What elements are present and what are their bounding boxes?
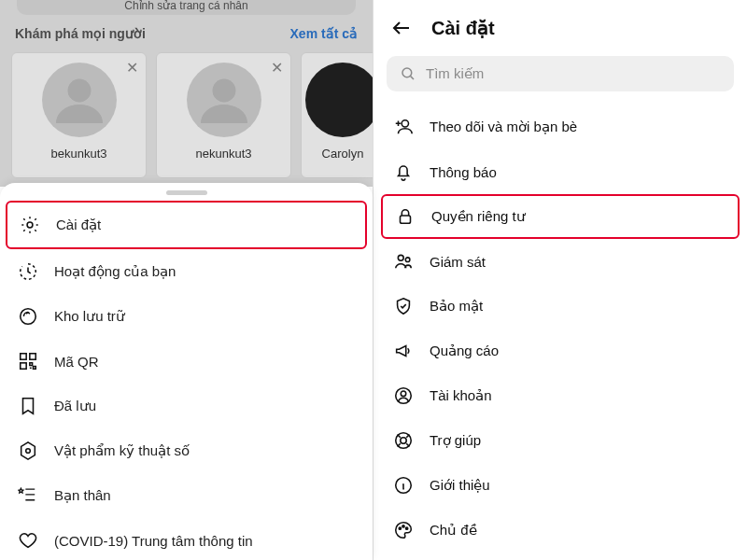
- gear-icon: [19, 214, 41, 236]
- bottom-sheet-menu: Cài đặt Hoạt động của bạn Kho lưu trữ Mã…: [0, 183, 373, 560]
- svg-point-1: [212, 79, 235, 103]
- settings-item-about[interactable]: Giới thiệu: [374, 463, 747, 508]
- settings-item-label: Quyền riêng tư: [431, 208, 526, 225]
- settings-item-account[interactable]: Tài khoản: [374, 373, 747, 418]
- menu-item-digital[interactable]: Vật phẩm kỹ thuật số: [0, 428, 373, 473]
- suggested-users-row: ✕ bekunkut3 ✕ nekunkut3 Carolyn: [11, 52, 373, 178]
- menu-item-covid[interactable]: (COVID-19) Trung tâm thông tin: [0, 518, 373, 560]
- menu-item-label: Bạn thân: [54, 487, 111, 504]
- avatar: [305, 63, 373, 137]
- menu-item-saved[interactable]: Đã lưu: [0, 384, 373, 428]
- suggested-user-card[interactable]: ✕ bekunkut3: [11, 52, 147, 178]
- lifebuoy-icon: [392, 429, 415, 452]
- people-icon: [392, 250, 415, 273]
- search-input[interactable]: Tìm kiếm: [387, 56, 734, 91]
- avatar: [187, 63, 261, 137]
- menu-item-qr[interactable]: Mã QR: [0, 339, 373, 384]
- settings-item-label: Tài khoản: [430, 387, 492, 404]
- person-plus-icon: [392, 116, 415, 138]
- bell-icon: [392, 161, 415, 183]
- menu-item-label: Mã QR: [54, 354, 99, 370]
- settings-item-help[interactable]: Trợ giúp: [374, 418, 747, 463]
- menu-item-label: Cài đặt: [56, 217, 101, 233]
- svg-point-0: [67, 79, 91, 103]
- settings-item-label: Bảo mật: [430, 298, 483, 315]
- settings-item-label: Trợ giúp: [430, 432, 481, 449]
- edit-profile-button[interactable]: Chỉnh sửa trang cá nhân: [17, 0, 356, 15]
- settings-item-supervision[interactable]: Giám sát: [374, 239, 747, 284]
- heart-outline-icon: [17, 529, 39, 552]
- menu-item-label: Đã lưu: [54, 398, 96, 414]
- svg-rect-5: [30, 354, 35, 359]
- settings-item-label: Giám sát: [430, 254, 486, 270]
- close-icon[interactable]: ✕: [126, 59, 138, 77]
- sheet-handle[interactable]: [166, 190, 207, 195]
- palette-icon: [392, 519, 415, 541]
- svg-point-19: [402, 525, 404, 527]
- qr-icon: [17, 350, 39, 372]
- settings-item-follow-invite[interactable]: Theo dõi và mời bạn bè: [374, 105, 747, 149]
- settings-item-label: Giới thiệu: [430, 477, 490, 494]
- svg-rect-10: [401, 216, 411, 223]
- menu-item-label: Vật phẩm kỹ thuật số: [54, 442, 190, 459]
- svg-point-9: [402, 120, 408, 127]
- search-placeholder: Tìm kiếm: [426, 65, 484, 82]
- svg-point-11: [398, 255, 403, 260]
- settings-item-theme[interactable]: Chủ đề: [374, 508, 747, 553]
- settings-item-label: Quảng cáo: [430, 343, 499, 359]
- svg-point-3: [21, 309, 36, 325]
- menu-item-label: Kho lưu trữ: [54, 308, 125, 325]
- settings-header: Cài đặt: [374, 0, 747, 49]
- user-icon: [392, 385, 415, 407]
- svg-point-2: [27, 222, 33, 228]
- right-screenshot-panel: Cài đặt Tìm kiếm Theo dõi và mời bạn bè …: [374, 0, 747, 560]
- suggested-user-card[interactable]: Carolyn: [301, 52, 373, 178]
- lock-icon: [394, 205, 416, 228]
- list-star-icon: [17, 484, 39, 507]
- sheet-menu-list: Cài đặt Hoạt động của bạn Kho lưu trữ Mã…: [0, 201, 373, 560]
- settings-list: Theo dõi và mời bạn bè Thông báo Quyền r…: [374, 105, 747, 553]
- settings-item-label: Thông báo: [430, 164, 497, 180]
- menu-item-label: Hoạt động của bạn: [54, 263, 176, 280]
- username-label: nekunkut3: [196, 147, 252, 161]
- settings-item-security[interactable]: Bảo mật: [374, 284, 747, 329]
- svg-point-14: [401, 391, 406, 397]
- bookmark-icon: [17, 395, 39, 417]
- info-icon: [392, 474, 415, 497]
- discover-title: Khám phá mọi người: [15, 26, 146, 41]
- settings-item-privacy[interactable]: Quyền riêng tư: [381, 194, 740, 239]
- see-all-link[interactable]: Xem tất cả: [290, 26, 358, 41]
- svg-point-16: [401, 438, 406, 443]
- search-icon: [400, 65, 416, 82]
- page-title: Cài đặt: [431, 17, 495, 39]
- svg-point-7: [26, 449, 31, 454]
- menu-item-archive[interactable]: Kho lưu trữ: [0, 294, 373, 339]
- shield-icon: [392, 295, 415, 317]
- hexagon-icon: [17, 440, 39, 462]
- username-label: Carolyn: [322, 147, 364, 161]
- suggested-user-card[interactable]: ✕ nekunkut3: [156, 52, 291, 178]
- menu-item-settings[interactable]: Cài đặt: [6, 201, 367, 249]
- clock-icon: [17, 260, 39, 283]
- username-label: bekunkut3: [51, 147, 107, 161]
- megaphone-icon: [392, 340, 415, 362]
- avatar: [42, 63, 117, 137]
- menu-item-activity[interactable]: Hoạt động của bạn: [0, 249, 373, 294]
- svg-point-12: [405, 258, 410, 262]
- left-screenshot-panel: Chỉnh sửa trang cá nhân Khám phá mọi ngư…: [0, 0, 374, 560]
- settings-item-label: Theo dõi và mời bạn bè: [430, 119, 577, 135]
- settings-item-ads[interactable]: Quảng cáo: [374, 329, 747, 373]
- archive-icon: [17, 305, 39, 328]
- menu-item-close-friends[interactable]: Bạn thân: [0, 473, 373, 518]
- settings-item-notifications[interactable]: Thông báo: [374, 149, 747, 194]
- svg-rect-6: [21, 363, 26, 369]
- svg-point-18: [399, 527, 401, 529]
- close-icon[interactable]: ✕: [271, 59, 283, 77]
- settings-item-label: Chủ đề: [430, 522, 477, 539]
- svg-rect-4: [21, 354, 26, 359]
- svg-point-20: [406, 527, 408, 529]
- discover-row: Khám phá mọi người Xem tất cả: [15, 26, 358, 41]
- back-icon[interactable]: [390, 17, 413, 39]
- menu-item-label: (COVID-19) Trung tâm thông tin: [54, 533, 253, 549]
- svg-point-8: [402, 68, 412, 77]
